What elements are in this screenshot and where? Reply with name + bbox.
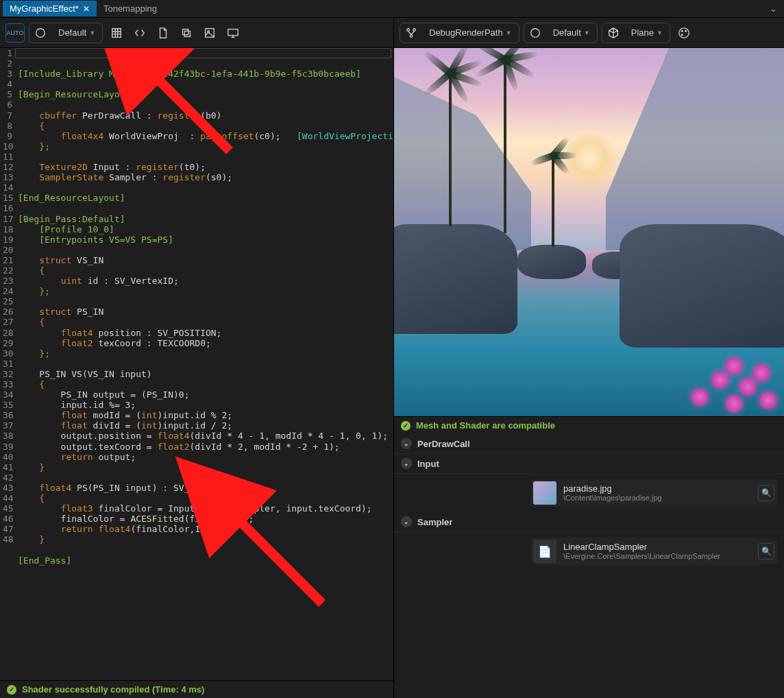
search-icon[interactable]: 🔍 bbox=[758, 485, 774, 501]
chevron-down-icon: ⌄ bbox=[401, 458, 412, 469]
preview-panel: DebugRenderPath▼ Default▼ Plane▼ bbox=[394, 18, 784, 698]
grid-icon[interactable] bbox=[107, 23, 126, 43]
asset-thumbnail bbox=[533, 481, 556, 505]
chevron-down-icon: ⌄ bbox=[401, 516, 412, 527]
tab-tonemapping[interactable]: Tonemapping bbox=[97, 1, 164, 16]
svg-rect-1 bbox=[183, 29, 188, 34]
prop-title: Input bbox=[417, 459, 439, 469]
tab-label: Tonemapping bbox=[103, 3, 157, 14]
shape-dropdown[interactable]: Plane▼ bbox=[626, 25, 668, 40]
svg-rect-2 bbox=[184, 31, 190, 36]
asset-path: \Content\Images\paradise.jpg bbox=[563, 494, 751, 503]
status-text: Shader successfully compiled (Time: 4 ms… bbox=[22, 684, 204, 695]
prop-title: Sampler bbox=[417, 517, 452, 527]
copy-icon[interactable] bbox=[177, 23, 196, 43]
pass-preview-dropdown[interactable]: Default▼ bbox=[548, 25, 596, 40]
expand-tabs-icon[interactable]: ⌄ bbox=[765, 3, 781, 14]
tab-label: MyGraphicEffect* bbox=[10, 3, 79, 14]
svg-point-13 bbox=[681, 30, 683, 32]
code-editor-panel: AUTO Default▼ 12345678910111213141516171… bbox=[0, 18, 394, 698]
preview-toolbar: DebugRenderPath▼ Default▼ Plane▼ bbox=[394, 18, 784, 48]
prop-title: PerDrawCall bbox=[417, 439, 470, 449]
image-icon[interactable] bbox=[200, 23, 219, 43]
prop-header-sampler[interactable]: ⌄ Sampler bbox=[394, 512, 784, 532]
renderpath-dropdown[interactable]: DebugRenderPath▼ bbox=[424, 25, 517, 40]
prop-body-sampler: 📄 LinearClampSampler \Evergine.Core\Samp… bbox=[394, 532, 784, 570]
asset-name: LinearClampSampler bbox=[563, 542, 751, 553]
check-icon: ✓ bbox=[7, 685, 16, 695]
prop-header-input[interactable]: ⌄ Input bbox=[394, 454, 784, 474]
pass-dropdown[interactable]: Default▼ bbox=[53, 25, 101, 40]
svg-point-15 bbox=[681, 34, 683, 35]
prop-header-perdrawcall[interactable]: ⌄ PerDrawCall bbox=[394, 434, 784, 454]
svg-point-11 bbox=[530, 28, 539, 37]
compat-text: Mesh and Shader are compatible bbox=[416, 420, 555, 431]
prop-body-input: paradise.jpg \Content\Images\paradise.jp… bbox=[394, 474, 784, 512]
cube-icon[interactable] bbox=[604, 23, 623, 43]
code-icon[interactable] bbox=[130, 23, 149, 43]
auto-button[interactable]: AUTO bbox=[5, 23, 25, 43]
properties-panel: ⌄ PerDrawCall ⌄ Input paradise.jpg \Cont… bbox=[394, 434, 784, 698]
svg-point-0 bbox=[36, 28, 45, 37]
page-icon[interactable] bbox=[154, 23, 173, 43]
code-area[interactable]: 1234567891011121314151617181920212223242… bbox=[0, 48, 393, 680]
palette-icon[interactable] bbox=[674, 23, 694, 43]
svg-rect-5 bbox=[228, 29, 238, 35]
search-icon[interactable]: 🔍 bbox=[758, 543, 774, 559]
compat-status-bar: ✓ Mesh and Shader are compatible bbox=[394, 416, 784, 434]
svg-point-9 bbox=[413, 28, 416, 31]
asset-row-sampler[interactable]: 📄 LinearClampSampler \Evergine.Core\Samp… bbox=[531, 538, 777, 565]
tab-bar: MyGraphicEffect* ✕ Tonemapping ⌄ bbox=[0, 0, 784, 18]
chevron-down-icon: ⌄ bbox=[401, 438, 412, 449]
preview-viewport[interactable] bbox=[394, 48, 784, 416]
editor-toolbar: AUTO Default▼ bbox=[0, 18, 393, 48]
svg-point-12 bbox=[679, 27, 689, 37]
file-icon: 📄 bbox=[533, 540, 556, 563]
svg-point-8 bbox=[407, 28, 410, 31]
svg-point-10 bbox=[410, 34, 413, 37]
current-line-highlight bbox=[15, 48, 391, 58]
asset-path: \Evergine.Core\Samplers\LinearClampSampl… bbox=[563, 552, 751, 561]
check-icon: ✓ bbox=[401, 421, 411, 431]
close-icon[interactable]: ✕ bbox=[83, 4, 90, 14]
tab-mygraphiceffect[interactable]: MyGraphicEffect* ✕ bbox=[3, 1, 97, 16]
monitor-icon[interactable] bbox=[223, 23, 243, 43]
asset-row-paradise[interactable]: paradise.jpg \Content\Images\paradise.jp… bbox=[531, 479, 777, 507]
asset-name: paradise.jpg bbox=[563, 483, 751, 494]
line-gutter: 1234567891011121314151617181920212223242… bbox=[0, 48, 15, 680]
circle-icon[interactable] bbox=[526, 23, 545, 43]
graph-icon[interactable] bbox=[402, 23, 421, 43]
compile-status-bar: ✓ Shader successfully compiled (Time: 4 … bbox=[0, 680, 393, 698]
circle-icon[interactable] bbox=[31, 23, 50, 43]
svg-point-14 bbox=[685, 30, 687, 32]
code-content[interactable]: [Include_Library MyLibrary d42f43bc-1efa… bbox=[15, 48, 393, 680]
